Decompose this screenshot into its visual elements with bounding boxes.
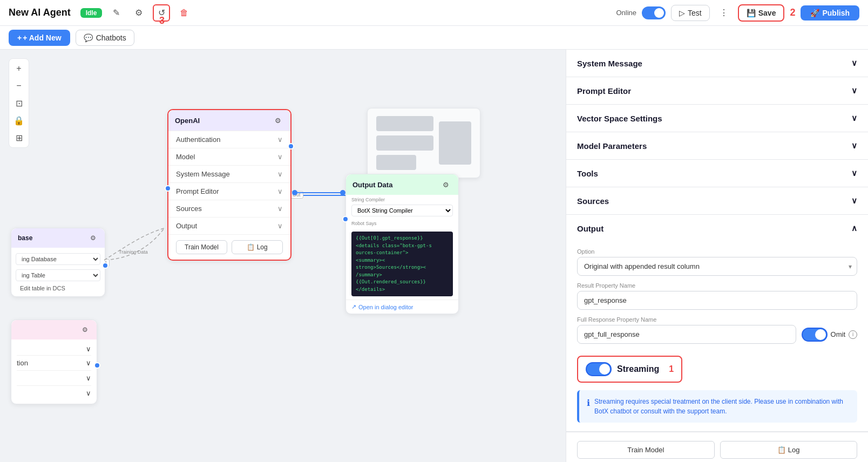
section-model-params: Model Parameters ∨ bbox=[566, 132, 868, 160]
bottom-row4[interactable]: ∨ bbox=[17, 385, 91, 400]
save-button[interactable]: 💾 Save bbox=[738, 4, 785, 22]
log-node-button[interactable]: 📋 Log bbox=[232, 240, 283, 254]
section-system-message-header[interactable]: System Message ∨ bbox=[566, 50, 868, 77]
section-vector-space-header[interactable]: Vector Space Settings ∨ bbox=[566, 105, 868, 132]
external-link-icon: ↗ bbox=[351, 303, 356, 310]
full-resp-label: Full Response Property Name bbox=[577, 316, 857, 323]
db-table-select[interactable]: ing Table bbox=[16, 269, 100, 281]
canvas[interactable]: + − ⊡ 🔒 ⊞ Training Data Out Out Out bbox=[0, 50, 566, 462]
placeholder-node bbox=[367, 108, 480, 178]
main-layout: + − ⊡ 🔒 ⊞ Training Data Out Out Out bbox=[0, 50, 868, 462]
output-chevron-up-icon: ∧ bbox=[851, 223, 857, 233]
log-panel-button[interactable]: 📋 Log bbox=[720, 441, 858, 459]
result-prop-label: Result Property Name bbox=[577, 282, 857, 289]
publish-icon: 🚀 bbox=[810, 9, 819, 17]
db-label: Edit table in DCS bbox=[16, 283, 100, 293]
result-prop-input[interactable] bbox=[577, 291, 857, 310]
log-panel-icon: 📋 bbox=[777, 446, 786, 454]
streaming-toggle[interactable] bbox=[586, 362, 612, 376]
open-dialog-button[interactable]: ↗ Open in dialog editor bbox=[351, 303, 413, 310]
publish-button[interactable]: 🚀 Publish bbox=[801, 5, 859, 21]
robot-says-label: Robot Says bbox=[346, 220, 458, 228]
db-settings-button[interactable]: ⚙ bbox=[87, 233, 98, 243]
zoom-in-button[interactable]: + bbox=[11, 61, 26, 76]
openai-left-connector bbox=[165, 185, 171, 192]
bottom-body: ∨ tion ∨ ∨ ∨ bbox=[11, 339, 97, 404]
omit-label: Omit bbox=[831, 330, 845, 338]
section-prompt-editor-header[interactable]: Prompt Editor ∨ bbox=[566, 77, 868, 104]
info-icon: ℹ bbox=[587, 397, 590, 416]
streaming-label: Streaming bbox=[617, 364, 659, 374]
omit-toggle[interactable] bbox=[802, 328, 828, 342]
openai-footer: Train Model 📋 Log bbox=[168, 234, 290, 260]
compiler-select[interactable]: BotX String Compiler bbox=[351, 205, 453, 216]
chevron2: ∨ bbox=[86, 359, 91, 367]
app-title: New AI Agent bbox=[9, 7, 71, 18]
bottom-row3[interactable]: ∨ bbox=[17, 370, 91, 385]
openai-row-auth[interactable]: Authentication ∨ bbox=[168, 131, 290, 148]
prompt-chevron-icon: ∨ bbox=[851, 86, 857, 96]
plus-icon: + bbox=[17, 33, 22, 42]
bottom-row2[interactable]: tion ∨ bbox=[17, 355, 91, 370]
more-button[interactable]: ⋮ bbox=[715, 4, 733, 22]
chat-icon: 💬 bbox=[84, 33, 93, 42]
svg-point-2 bbox=[340, 190, 345, 195]
delete-button[interactable]: 🗑 bbox=[175, 4, 193, 22]
openai-row-model[interactable]: Model ∨ bbox=[168, 148, 290, 165]
topbar-right: Online ▷ Test ⋮ 💾 Save 2 🚀 Publish bbox=[616, 4, 859, 22]
option-field-label: Option bbox=[577, 248, 857, 255]
topbar: New AI Agent Idle ✎ ⚙ ↺ 🗑 3 Online ▷ Tes… bbox=[0, 0, 868, 26]
vector-chevron-icon: ∨ bbox=[851, 113, 857, 123]
section-tools-header[interactable]: Tools ∨ bbox=[566, 160, 868, 187]
full-resp-input[interactable] bbox=[577, 325, 796, 344]
test-button[interactable]: ▷ Test bbox=[671, 5, 710, 21]
bottom-settings-button[interactable]: ⚙ bbox=[79, 324, 90, 335]
output-data-header: Output Data ⚙ bbox=[346, 174, 458, 195]
out-label-openai: Out bbox=[290, 191, 303, 199]
section-vector-space: Vector Space Settings ∨ bbox=[566, 105, 868, 132]
zoom-out-button[interactable]: − bbox=[11, 78, 26, 93]
openai-row-prompt[interactable]: Prompt Editor ∨ bbox=[168, 182, 290, 200]
openai-header: OpenAI ⚙ bbox=[168, 110, 290, 131]
section-output-header[interactable]: Output ∧ bbox=[566, 215, 868, 242]
fit-button[interactable]: ⊡ bbox=[11, 96, 26, 111]
chevron1: ∨ bbox=[86, 345, 91, 353]
tools-chevron-icon: ∨ bbox=[851, 168, 857, 178]
option-select[interactable]: Original with appended result column bbox=[577, 257, 857, 276]
streaming-box: Streaming 1 bbox=[577, 356, 682, 383]
db-database-select[interactable]: ing Database bbox=[16, 253, 100, 265]
layout-button[interactable]: ⊞ bbox=[11, 130, 26, 145]
openai-row-sysmsg[interactable]: System Message ∨ bbox=[168, 165, 290, 182]
edit-button[interactable]: ✎ bbox=[107, 4, 125, 22]
openai-row-sources[interactable]: Sources ∨ bbox=[168, 200, 290, 217]
output-code-block: {{Out[0].gpt_response}} <details class="… bbox=[351, 232, 453, 296]
full-resp-row: Omit i bbox=[577, 325, 857, 344]
output-settings-button[interactable]: ⚙ bbox=[440, 179, 452, 191]
section-sources-header[interactable]: Sources ∨ bbox=[566, 187, 868, 214]
open-dialog-row: ↗ Open in dialog editor bbox=[346, 300, 458, 314]
chevron4: ∨ bbox=[86, 389, 91, 397]
add-new-button[interactable]: + + Add New bbox=[9, 30, 70, 46]
online-toggle[interactable] bbox=[642, 6, 666, 19]
train-model-panel-button[interactable]: Train Model bbox=[577, 441, 715, 459]
train-model-node-button[interactable]: Train Model bbox=[176, 240, 227, 254]
section-model-params-header[interactable]: Model Parameters ∨ bbox=[566, 132, 868, 159]
panel-footer: Train Model 📋 Log bbox=[566, 432, 868, 462]
string-compiler-label: String Compiler bbox=[346, 195, 458, 203]
openai-row-output[interactable]: Output ∨ bbox=[168, 217, 290, 234]
settings-button[interactable]: ⚙ bbox=[130, 4, 147, 22]
bottom-right-connector bbox=[94, 362, 100, 369]
output-data-node: Output Data ⚙ String Compiler BotX Strin… bbox=[345, 174, 459, 314]
chatbots-button[interactable]: 💬 Chatbots bbox=[76, 30, 134, 46]
bottom-row1[interactable]: ∨ bbox=[17, 343, 91, 355]
openai-settings-button[interactable]: ⚙ bbox=[272, 114, 284, 126]
play-icon: ▷ bbox=[679, 9, 685, 17]
omit-toggle-wrapper: Omit i bbox=[802, 328, 857, 342]
sysmsg-chevron: ∨ bbox=[277, 170, 283, 178]
log-icon: 📋 bbox=[247, 243, 255, 251]
section-tools: Tools ∨ bbox=[566, 160, 868, 187]
section-output: Output ∧ Option Original with appended r… bbox=[566, 215, 868, 432]
lock-button[interactable]: 🔒 bbox=[11, 113, 26, 128]
annotation-3: 3 bbox=[159, 15, 165, 26]
omit-info-icon[interactable]: i bbox=[849, 330, 857, 339]
